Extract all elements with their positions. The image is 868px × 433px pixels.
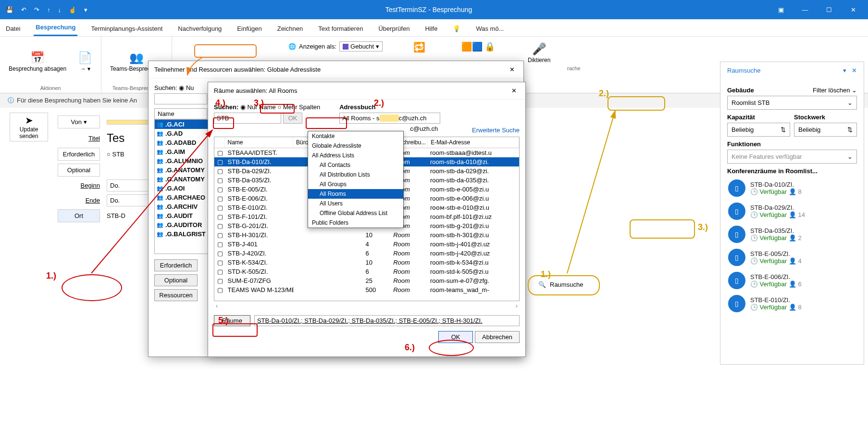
roomfinder-room-item[interactable]: ▯STB-E-010/ZI.🕒 Verfügbar 👤 8 — [727, 292, 857, 315]
col-email[interactable]: E-Mail-Adresse — [428, 137, 519, 148]
gal-row[interactable]: 👥.G.ARCHIV — [155, 202, 208, 211]
roomfinder-chevron-icon[interactable]: ▾ — [843, 67, 846, 74]
save-icon[interactable]: 💾 — [6, 6, 13, 13]
ab-option[interactable]: All Address Lists — [308, 151, 403, 160]
send-update-button[interactable]: ➤ Update senden — [10, 113, 48, 141]
kapazitaet-select[interactable]: Beliebig⇅ — [727, 123, 790, 137]
maximize-icon[interactable]: ☐ — [818, 2, 840, 17]
down-arrow-icon[interactable]: ↓ — [58, 6, 62, 13]
gal-row[interactable]: 👥.G.ANATOMY — [155, 166, 208, 175]
gal-row[interactable]: 👥.G.ALUMNIO — [155, 156, 208, 166]
raumsuche-button[interactable]: 🔍 Raumsuche — [533, 278, 588, 291]
gal-row[interactable]: 👥.G.AUDITOR — [155, 220, 208, 229]
ab-option[interactable]: All Groups — [308, 179, 403, 189]
gal-list[interactable]: 👥.G.ACI 👥.G.AD 👥.G.ADABD 👥.G.AIM 👥.G.ALU… — [154, 119, 208, 254]
gal-row[interactable]: 👥.G.AOI — [155, 184, 208, 193]
tab-einfuegen[interactable]: Einfügen — [235, 21, 263, 36]
globe-icon[interactable]: 🌐 — [288, 43, 296, 50]
rooms-cancel-button[interactable]: Abbrechen — [475, 331, 520, 343]
roomfinder-room-item[interactable]: ▯STB-E-005/ZI.🕒 Verfügbar 👤 4 — [727, 246, 857, 269]
gal-row[interactable]: 👥.G.AUDIT — [155, 211, 208, 220]
gal-resources-button[interactable]: Ressourcen — [154, 289, 198, 301]
up-arrow-icon[interactable]: ↑ — [47, 6, 50, 13]
tab-datei[interactable]: Datei — [4, 21, 22, 36]
roomfinder-close-icon[interactable]: ✕ — [852, 67, 857, 74]
roomfinder-room-item[interactable]: ▯STB-Da-029/ZI.🕒 Verfügbar 👤 14 — [727, 200, 857, 223]
ort-field[interactable]: STB-D — [107, 212, 125, 219]
gal-row[interactable]: 👥.G.BALGRIST — [155, 229, 208, 239]
ab-option[interactable]: All Distribution Lists — [308, 170, 403, 179]
roomfinder-room-item[interactable]: ▯STB-E-006/ZI.🕒 Verfügbar 👤 6 — [727, 269, 857, 292]
categorize-icon[interactable]: 🟧🟦 — [461, 41, 483, 52]
gal-row[interactable]: 👥.G.AIM — [155, 147, 208, 156]
optional-button[interactable]: Optional — [58, 164, 100, 177]
ab-option[interactable]: All Contacts — [308, 160, 403, 170]
rooms-close-icon[interactable]: ✕ — [508, 86, 520, 95]
rooms-table-row[interactable]: ▢SUM-E-07/ZFG25Roomroom-sum-e-07@zfg. — [214, 276, 519, 285]
gal-row[interactable]: 👥.G.ANATOMY — [155, 175, 208, 184]
forward-button[interactable]: 📄 → ▾ — [74, 49, 96, 74]
rooms-ok-button[interactable]: OK — [438, 331, 473, 343]
building-select[interactable]: Roomlist STB ⌄ — [727, 96, 857, 110]
undo-icon[interactable]: ↶ — [21, 6, 26, 13]
qat-chevron-icon[interactable]: ▾ — [84, 6, 87, 13]
von-button[interactable]: Von ▾ — [58, 115, 100, 128]
gal-search-input[interactable] — [154, 93, 207, 104]
ab-option[interactable]: All Users — [308, 199, 403, 208]
scroll-left-icon[interactable]: ‹ — [216, 302, 218, 309]
ab-option-selected[interactable]: All Rooms — [308, 189, 403, 199]
tab-terminplanung[interactable]: Terminplanungs-Assistent — [89, 21, 164, 36]
diktieren-button[interactable]: 🎤 Diktieren — [524, 40, 554, 65]
gal-row[interactable]: 👥.G.ARCHAEO — [155, 193, 208, 202]
scroll-right-icon[interactable]: › — [516, 302, 518, 309]
title-field[interactable]: Tes — [107, 131, 124, 145]
private-icon[interactable]: 🔒 — [484, 41, 495, 52]
gal-required-button[interactable]: Erforderlich — [154, 259, 198, 271]
rooms-table-row[interactable]: ▢STB-H-301/ZI.10Roomroom-stb-h-301@zi.u — [214, 230, 519, 240]
roomfinder-room-item[interactable]: ▯STB-Da-010/ZI.🕒 Verfügbar 👤 8 — [727, 177, 857, 200]
touch-icon[interactable]: ☝ — [69, 6, 76, 13]
required-field[interactable]: ○ STB — [107, 151, 124, 158]
funktionen-select[interactable]: Keine Features verfügbar ⌄ — [727, 150, 857, 164]
gal-row[interactable]: 👥.G.ADABD — [155, 138, 208, 147]
rooms-search-ok-button[interactable]: OK — [283, 113, 303, 124]
showas-dropdown[interactable]: Gebucht ▾ — [339, 41, 383, 51]
gal-nurname-radio[interactable]: ◉ Nu — [179, 84, 194, 91]
ab-option[interactable]: Offline Global Address List — [308, 208, 403, 218]
ab-option[interactable]: Public Folders — [308, 218, 403, 228]
tab-zeichnen[interactable]: Zeichnen — [275, 21, 305, 36]
erweiterte-suche-link[interactable]: Erweiterte Suche — [472, 127, 520, 134]
tab-besprechung[interactable]: Besprechung — [34, 20, 77, 36]
roomfinder-room-item[interactable]: ▯STB-Da-035/ZI.🕒 Verfügbar 👤 2 — [727, 223, 857, 246]
gal-close-icon[interactable]: ✕ — [507, 65, 518, 74]
addressbook-dropdown-list[interactable]: Kontakte Globale Adressliste All Address… — [308, 131, 404, 228]
rooms-addressbook-dropdown[interactable]: All Rooms - sc@uzh.ch — [339, 113, 440, 124]
ab-option[interactable]: Kontakte — [308, 131, 403, 141]
gal-optional-button[interactable]: Optional — [154, 274, 198, 286]
col-name[interactable]: Name — [225, 137, 294, 148]
redo-icon[interactable]: ↷ — [34, 6, 39, 13]
stockwerk-select[interactable]: Beliebig⇅ — [794, 123, 857, 137]
rooms-search-input[interactable] — [214, 113, 281, 124]
cancel-meeting-button[interactable]: 📅 Besprechung absagen — [5, 49, 70, 74]
tell-me-text[interactable]: Was mö... — [474, 21, 506, 36]
close-icon[interactable]: ✕ — [842, 2, 864, 17]
rooms-nurname-radio[interactable]: ◉ Nur Name — [240, 103, 276, 111]
selected-rooms-field[interactable]: STB-Da-010/ZI.; STB-Da-029/ZI.; STB-Da-0… — [254, 315, 520, 326]
rooms-table-row[interactable]: ▢STD-K-505/ZI.6Roomroom-std-k-505@zi.u — [214, 267, 519, 276]
tab-hilfe[interactable]: Hilfe — [423, 21, 439, 36]
rooms-table-row[interactable]: ▢STB-J-4014Roomroom-stb-j-401@zi.uz — [214, 240, 519, 249]
rooms-mehrspalten-radio[interactable]: ○ Mehr Spalten — [277, 103, 320, 111]
filter-loeschen-link[interactable]: Filter löschen ⌄ — [813, 87, 857, 94]
ab-option[interactable]: Globale Adressliste — [308, 141, 403, 151]
gal-row[interactable]: 👥.G.ACI — [155, 120, 208, 129]
rooms-table-row[interactable]: ▢TEAMS WAD M-123/MEDGE500Roomroom-teams_… — [214, 285, 519, 294]
gal-row[interactable]: 👥.G.AD — [155, 129, 208, 138]
tab-ueberpruefen[interactable]: Überprüfen — [376, 21, 411, 36]
minimize-icon[interactable]: — — [794, 2, 816, 17]
tab-nachverfolgung[interactable]: Nachverfolgung — [176, 21, 223, 36]
rooms-table-row[interactable]: ▢STB-K-534/ZI.10Roomroom-stb-k-534@zi.u — [214, 258, 519, 267]
rooms-table-row[interactable]: ▢STB-J-420/ZI.6Roomroom-stb-j-420@zi.uz — [214, 249, 519, 258]
tab-text-formatieren[interactable]: Text formatieren — [316, 21, 365, 36]
ort-button[interactable]: Ort — [58, 209, 100, 222]
